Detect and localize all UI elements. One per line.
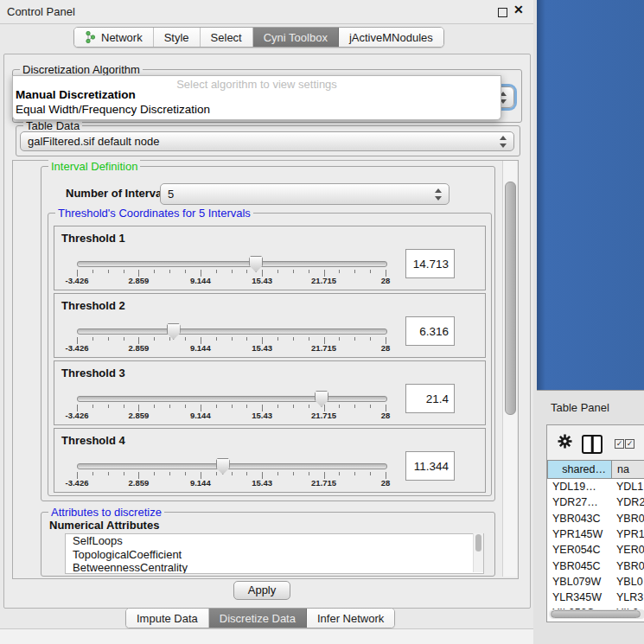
threshold-value-field[interactable]: 6.316 [405,316,455,346]
apply-button[interactable]: Apply [233,581,290,600]
slider-tick-labels: -3.4262.8599.14415.4321.71528 [77,276,386,286]
checkbox-icon[interactable]: ✓ [615,439,624,449]
threshold-value-field[interactable]: 14.713 [405,249,455,278]
table-panel: Table Panel ✓ ✓ shared… [537,390,644,644]
horizontal-scrollbar[interactable] [549,609,644,619]
thresholds-group-label: Threshold's Coordinates for 5 Intervals [55,207,253,220]
tab-cyni-toolbox[interactable]: Cyni Toolbox [253,28,339,47]
tick-label: 15.43 [252,276,272,285]
slider-tick-labels: -3.4262.8599.14415.4321.71528 [77,478,386,488]
tab-select[interactable]: Select [201,28,253,47]
tab-label: Style [164,31,189,44]
bottom-tab-discretize-data[interactable]: Discretize Data [209,609,307,628]
table-row[interactable]: YDR27…YDR2 [547,494,644,510]
table-row[interactable]: YDL19…YDL1 [547,479,644,494]
combo-arrows-icon [500,132,507,150]
float-window-icon[interactable] [498,8,507,17]
column-header-shared-name[interactable]: shared… [547,460,612,479]
num-intervals-value: 5 [168,188,174,201]
tab-jactivemnodules[interactable]: jActiveMNodules [339,28,443,47]
num-intervals-label: Number of Intervals [66,187,171,200]
table-row[interactable]: YBL079WYBL0 [547,574,644,590]
tab-network[interactable]: Network [74,28,154,47]
node-table: ✓ ✓ shared… na YDL19…YDL1YDR27…YDR2YBR04… [546,424,644,622]
table-row[interactable]: YER054CYER0 [547,542,644,558]
threshold-card: Threshold 2-3.4262.8599.14415.4321.71528… [54,293,486,358]
table-row[interactable]: YBR043CYBR0 [547,511,644,526]
cyni-bottom-tabs: Impute DataDiscretize DataInfer Network [125,608,395,628]
network-view-frame: GAL80GACGAL11GAL4GCY1HHAP2 [537,0,644,390]
threshold-slider[interactable] [77,261,387,267]
network-icon [85,31,96,43]
threshold-slider[interactable] [77,396,387,402]
combo-arrows-icon [435,184,443,204]
tab-label: jActiveMNodules [349,31,433,44]
table-data-combobox[interactable]: galFiltered.sif default node [20,131,514,151]
bottom-tab-label: Infer Network [317,612,384,625]
attributes-scrollbar[interactable] [473,533,483,572]
tick-label: 2.859 [129,411,150,420]
control-panel-titlebar: Control Panel ✕ [0,0,533,24]
numerical-attributes-list[interactable]: SelfLoopsTopologicalCoefficientBetweenne… [65,533,484,574]
discretization-algorithm-label: Discretization Algorithm [20,63,143,76]
cell-shared-name: YBR043C [552,511,609,526]
attribute-item[interactable]: BetweennessCentrality [66,561,483,574]
control-panel-tabs: NetworkStyleSelectCyni ToolboxjActiveMNo… [73,27,444,48]
cell-name: YLR3 [616,590,644,605]
tab-label: Network [101,31,143,44]
slider-tick-labels: -3.4262.8599.14415.4321.71528 [77,343,386,354]
cell-shared-name: YPR145W [552,526,609,542]
table-row[interactable]: YLR345WYLR3 [547,590,644,605]
bottom-tab-infer-network[interactable]: Infer Network [307,609,394,628]
cell-name: YER0 [616,542,644,558]
tick-label: 2.859 [129,343,150,353]
scrollbar-thumb[interactable] [551,610,641,618]
attributes-group-label: Attributes to discretize [48,506,164,519]
tick-label: 2.859 [129,276,150,285]
panel-title: Control Panel [7,5,75,18]
threshold-card: Threshold 1-3.4262.8599.14415.4321.71528… [54,226,486,290]
threshold-card: Threshold 4-3.4262.8599.14415.4321.71528… [54,428,486,493]
algorithm-dropdown-popup: Select algorithm to view settings Manual… [12,75,501,120]
attribute-item[interactable]: TopologicalCoefficient [66,548,483,562]
scrollbar-thumb[interactable] [475,534,481,552]
gear-icon[interactable] [558,434,572,449]
threshold-slider[interactable] [77,463,387,469]
tick-label: -3.426 [66,276,89,285]
tab-style[interactable]: Style [154,28,201,47]
tick-label: 15.43 [252,478,272,488]
table-body: YDL19…YDL1YDR27…YDR2YBR043CYBR0YPR145WYP… [547,479,644,610]
tick-label: 28 [381,478,391,488]
threshold-label: Threshold 1 [61,232,125,245]
table-row[interactable]: YBR045CYBR0 [547,558,644,574]
cell-name: YDR2 [616,494,644,510]
column-header-name[interactable]: na [611,460,644,479]
checkbox-icon[interactable]: ✓ [625,439,634,449]
tick-label: 28 [381,276,391,285]
algorithm-option[interactable]: Equal Width/Frequency Discretization [16,103,210,116]
threshold-slider[interactable] [77,328,387,335]
threshold-label: Threshold 2 [61,299,125,312]
attribute-item[interactable]: SelfLoops [66,534,483,548]
bottom-tab-impute-data[interactable]: Impute Data [126,609,209,628]
cell-name: YPR1 [616,526,644,542]
algorithm-option[interactable]: Manual Discretization [16,88,136,101]
cell-shared-name: YLR345W [552,590,609,605]
cell-shared-name: YER054C [552,542,609,558]
split-columns-icon[interactable] [582,435,603,454]
threshold-value-field[interactable]: 11.344 [405,451,455,481]
tick-label: -3.426 [66,411,89,420]
close-icon[interactable]: ✕ [513,3,524,16]
tick-label: 21.715 [311,343,336,353]
scrollbar-thumb[interactable] [505,182,516,415]
tab-label: Select [211,31,242,44]
control-panel: Control Panel ✕ NetworkStyleSelectCyni T… [0,0,533,644]
tick-label: 9.144 [190,343,211,353]
vertical-scrollbar[interactable] [502,161,517,577]
num-intervals-combobox[interactable]: 5 [160,183,450,205]
threshold-label: Threshold 4 [61,434,125,447]
threshold-value-field[interactable]: 21.4 [405,384,455,413]
interval-definition-label: Interval Definition [48,160,140,173]
tick-label: 21.715 [311,411,336,420]
table-row[interactable]: YPR145WYPR1 [547,526,644,542]
